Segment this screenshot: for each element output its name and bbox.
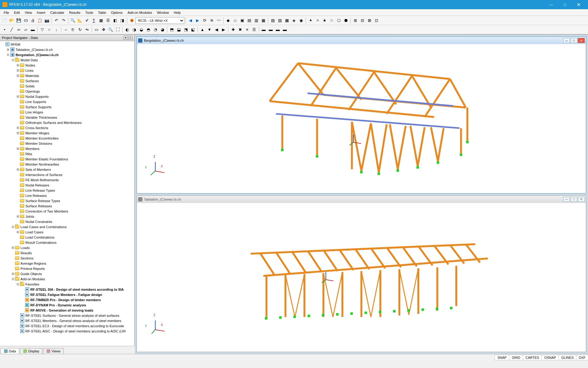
tree-item[interactable]: Nodal Releases — [0, 182, 134, 188]
tb-line-icon[interactable]: ╱ — [8, 26, 15, 33]
tree-item[interactable]: ■RF-TIMBER Pro - Design of timber member… — [0, 297, 134, 302]
tree-item[interactable]: Member Elastic Foundations — [0, 156, 134, 162]
tree-item[interactable]: Openings — [0, 89, 134, 94]
tree-item[interactable]: Result Combinations — [0, 240, 134, 245]
menu-item-file[interactable]: File — [1, 10, 12, 15]
status-glines[interactable]: GLINES — [559, 355, 576, 360]
tree-item[interactable]: Line Releases — [0, 193, 134, 198]
tb-copy-icon[interactable]: ⎘ — [70, 26, 76, 33]
menu-item-view[interactable]: View — [22, 10, 35, 15]
tb-misc-icon[interactable]: ☆ — [328, 17, 335, 24]
mdi-maximize-button[interactable]: □ — [571, 38, 577, 43]
tb-mirror-icon[interactable]: ⇋ — [84, 26, 90, 33]
expand-icon[interactable]: ⊞ — [11, 246, 15, 249]
expand-icon[interactable]: ⊞ — [11, 272, 15, 275]
tab-data[interactable]: Data — [1, 348, 19, 354]
tb-support-icon[interactable]: ▽ — [39, 26, 46, 33]
menu-item-edit[interactable]: Edit — [12, 10, 22, 15]
tb-print-icon[interactable]: 🖨 — [29, 17, 36, 24]
tb-misc-icon[interactable]: ⊞ — [352, 17, 359, 24]
loadcase-combo[interactable]: RC31 - LE Wind +X — [135, 17, 184, 24]
expand-icon[interactable]: ⊞ — [16, 69, 20, 72]
tb-tables-icon[interactable]: ☰ — [105, 17, 111, 24]
tree-item[interactable]: Surface Release Types — [0, 198, 134, 203]
mdi-close-button[interactable]: ✕ — [578, 38, 585, 43]
expand-icon[interactable]: ⊞ — [6, 48, 10, 51]
tb-check-icon[interactable]: ✔ — [84, 17, 90, 24]
menu-item-insert[interactable]: Insert — [34, 10, 48, 15]
tb-misc-icon[interactable]: ✧ — [314, 17, 321, 24]
tree-item[interactable]: Average Regions — [0, 261, 134, 266]
expand-icon[interactable]: ⊟ — [11, 277, 15, 281]
tb-misc-icon[interactable]: ▦ — [260, 17, 267, 24]
tree-item[interactable]: ⊞Cross-Sections — [0, 125, 134, 130]
expand-icon[interactable]: ⊞ — [16, 230, 20, 234]
tree-item[interactable]: Solids — [0, 83, 134, 89]
mdi-minimize-button[interactable]: — — [563, 38, 570, 43]
tb-misc-icon[interactable]: ⊡ — [373, 17, 380, 24]
mdi-close-button[interactable]: ✕ — [578, 197, 585, 202]
expand-icon[interactable]: ⊞ — [16, 126, 20, 129]
tree-item[interactable]: Load Combinations — [0, 235, 134, 240]
tree-item[interactable]: ■RF-STEEL EC3 - Design of steel members … — [0, 323, 134, 328]
tb-misc-icon[interactable]: ▲ — [199, 26, 206, 33]
maximize-button[interactable]: □ — [558, 0, 572, 9]
tb-save-icon[interactable]: 💾 — [15, 17, 22, 24]
status-osnap[interactable]: OSNAP — [541, 355, 559, 360]
tb-misc-icon[interactable]: ⊟ — [359, 17, 366, 24]
tb-zoom-icon[interactable]: 🔍 — [107, 26, 114, 33]
tb-misc-icon[interactable]: ⬡ — [335, 17, 342, 24]
tb-redo-icon[interactable]: ↷ — [60, 17, 67, 24]
tb-misc-icon[interactable]: ✦ — [307, 17, 314, 24]
tree-item[interactable]: ⊞Guide Objects — [0, 271, 134, 276]
tb-misc-icon[interactable]: ◐ — [124, 26, 130, 33]
tree-item[interactable]: ■RF-STEEL Members - General stress analy… — [0, 318, 134, 323]
tb-hinge-icon[interactable]: ○ — [46, 26, 53, 33]
tb-panel-icon[interactable]: ◧ — [112, 17, 119, 24]
tree-item[interactable]: ⊞Sets of Members — [0, 167, 134, 172]
tree-item[interactable]: ⊞Materials — [0, 73, 134, 78]
navigator-menu-icon[interactable]: ▾ — [123, 36, 128, 40]
viewport-talstation[interactable]: ZXY — [137, 203, 586, 352]
tb-misc-icon[interactable]: ◑ — [131, 26, 138, 33]
tb-find-icon[interactable]: 🔍 — [70, 17, 76, 24]
tree-item[interactable]: Variable Thicknesses — [0, 115, 134, 120]
tree-item[interactable]: Surfaces — [0, 78, 134, 83]
tree-item[interactable]: Line Hinges — [0, 109, 134, 115]
tb-next-icon[interactable]: ▶ — [194, 17, 201, 24]
menu-item-help[interactable]: Help — [172, 10, 183, 15]
tree-item[interactable]: ⊞Loads — [0, 245, 134, 250]
tb-misc-icon[interactable]: ▬ — [260, 26, 267, 33]
tb-member-icon[interactable]: ═ — [15, 26, 22, 33]
viewport-bergstation[interactable]: ZXY — [137, 44, 586, 193]
tb-misc-icon[interactable]: ⬔ — [183, 26, 189, 33]
tb-measure-icon[interactable]: 📐 — [77, 17, 83, 24]
tree-item[interactable]: Member Nonlinearities — [0, 162, 134, 167]
navigator-tree[interactable]: RRFEM⊞▦Talstation_(C)www.i-b.ch⊟▦Bergsta… — [0, 41, 134, 349]
tree-item[interactable]: RRFEM — [0, 42, 134, 47]
tree-item[interactable]: ⊞▦Talstation_(C)www.i-b.ch — [0, 47, 134, 52]
tb-misc-icon[interactable]: ▬ — [267, 26, 274, 33]
tb-node-icon[interactable]: • — [1, 26, 8, 33]
tree-item[interactable]: ■RF-STEEL Surfaces - General stress anal… — [0, 313, 134, 318]
tree-item[interactable]: ⊞Members — [0, 146, 134, 151]
tree-item[interactable]: Ribs — [0, 151, 134, 156]
tb-misc-icon[interactable]: ✖ — [237, 26, 243, 33]
tb-deform-icon[interactable]: 〰 — [215, 17, 222, 24]
tb-misc-icon[interactable]: ≡ — [244, 26, 251, 33]
tb-undo-icon[interactable]: ↶ — [53, 17, 60, 24]
tree-item[interactable]: ■RF-STEEL Fatigue Members - Fatigue desi… — [0, 292, 134, 297]
tb-move-icon[interactable]: ↔ — [62, 26, 69, 33]
menu-item-calculate[interactable]: Calculate — [48, 10, 67, 15]
tree-item[interactable]: Intersections of Surfaces — [0, 172, 134, 177]
menu-item-window[interactable]: Window — [154, 10, 171, 15]
tb-misc-icon[interactable]: ▼ — [206, 26, 213, 33]
tree-item[interactable]: Results — [0, 250, 134, 255]
tree-item[interactable]: ■RF-DYNAM Pro - Dynamic analysis — [0, 302, 134, 308]
tb-solid-icon[interactable]: ▬ — [29, 26, 36, 33]
tree-item[interactable]: ⊞Load Cases — [0, 229, 134, 235]
tree-item[interactable]: Line Supports — [0, 99, 134, 104]
expand-icon[interactable]: ⊞ — [16, 215, 20, 218]
expand-icon[interactable]: ⊞ — [16, 168, 20, 171]
expand-icon[interactable]: ⊞ — [16, 95, 20, 98]
